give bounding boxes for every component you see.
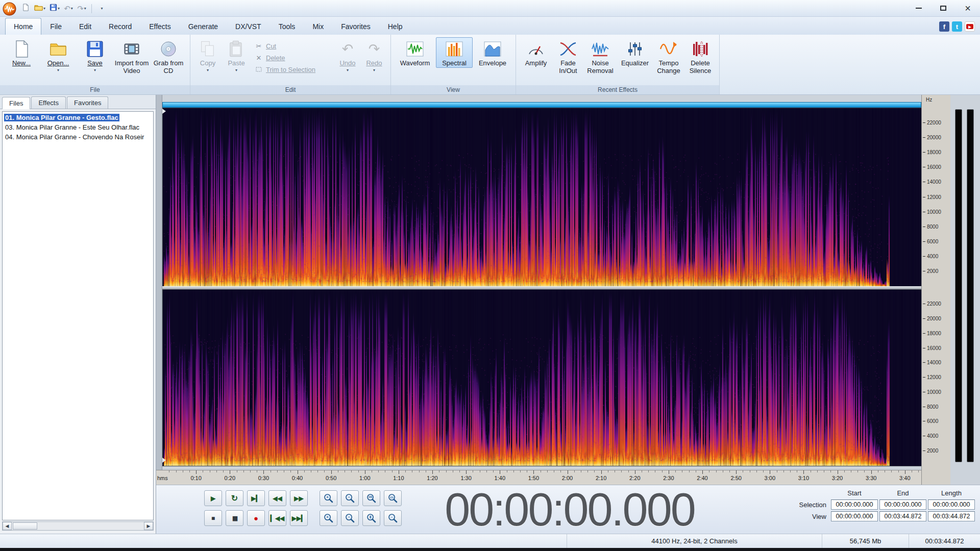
ribbon-tab-tools[interactable]: Tools [270, 18, 304, 35]
ribbon-tab-record[interactable]: Record [100, 18, 140, 35]
timeline-ruler[interactable]: hms 0:100:200:300:400:501:001:101:201:30… [156, 470, 980, 485]
ribbon-tab-favorites[interactable]: Favorites [332, 18, 379, 35]
loop-button[interactable]: ↻ [226, 490, 243, 506]
go-to-start-button[interactable]: ▎◀◀ [268, 510, 286, 526]
ribbon-tab-help[interactable]: Help [379, 18, 411, 35]
zoom-level-button[interactable]: ⇕ [362, 510, 380, 526]
file-list-item[interactable]: 04. Monica Pilar Granne - Chovendo Na Ro… [3, 132, 153, 142]
quick-save-button[interactable]: ▾ [48, 3, 61, 15]
save-dropdown-caret[interactable]: ▾ [58, 6, 60, 11]
redo-dropdown-caret[interactable]: ▾ [84, 6, 86, 11]
play-button[interactable]: ▶ [204, 490, 222, 506]
zoom-out-button[interactable]: − [341, 490, 359, 506]
ribbon-tab-home[interactable]: Home [5, 18, 41, 35]
file-list-scrollbar[interactable]: ◀ ▶ [2, 521, 154, 531]
open-dropdown-caret[interactable]: ▾ [57, 68, 59, 72]
delete-button[interactable]: ✕ Delete [255, 54, 330, 62]
playhead-marker-top[interactable] [162, 109, 166, 114]
quick-undo-button[interactable]: ↶ ▾ [63, 3, 74, 15]
open-button[interactable]: Open... ▾ [40, 37, 77, 72]
sidebar-tab-effects[interactable]: Effects [31, 96, 66, 109]
sidebar-tab-files[interactable]: Files [2, 97, 30, 109]
zoom-vertical-out-button[interactable]: − [341, 510, 359, 526]
file-list-item[interactable]: 01. Monica Pilar Granne - Gesto.flac [3, 113, 153, 122]
zoom-in-button[interactable]: + [320, 490, 337, 506]
trim-to-selection-button[interactable]: Trim to Selection [255, 65, 330, 73]
time-display: 00:00:00.000 [422, 485, 718, 533]
sidebar-tab-favorites[interactable]: Favorites [67, 96, 108, 109]
stop-button[interactable]: ■ [204, 510, 222, 526]
play-to-end-icon: ▶▎ [251, 495, 260, 502]
zoom-full-button[interactable]: ⇔ [384, 510, 402, 526]
noise-removal-button[interactable]: Noise Removal [583, 37, 617, 75]
tempo-change-button[interactable]: Tempo Change [653, 37, 684, 75]
scroll-right-button[interactable]: ▶ [144, 522, 153, 530]
svg-text:▭: ▭ [390, 495, 394, 499]
frequency-label: 2000 [922, 269, 938, 274]
delete-silence-button[interactable]: Delete Silence [684, 37, 716, 75]
quick-new-button[interactable] [20, 3, 31, 15]
go-to-end-button[interactable]: ▶▶▎ [290, 510, 308, 526]
close-button[interactable]: × [955, 0, 980, 17]
pause-button[interactable]: ▮▮ [226, 510, 243, 526]
envelope-view-button[interactable]: Envelope [473, 37, 512, 68]
timeline-minor-tick [486, 470, 487, 472]
undo-dropdown-caret[interactable]: ▾ [71, 6, 73, 11]
paste-button[interactable]: Paste ▾ [222, 37, 251, 72]
ribbon-tab-dx-vst[interactable]: DX/VST [227, 18, 270, 35]
view-end-field[interactable]: 00:03:44.872 [879, 511, 926, 521]
rewind-button[interactable]: ◀◀ [268, 490, 286, 506]
quick-open-button[interactable]: ▾ [33, 3, 46, 15]
view-range-bar[interactable] [162, 102, 921, 108]
timeline-major-tick [263, 470, 264, 474]
amplify-button[interactable]: Amplify [519, 37, 553, 68]
ribbon-tab-generate[interactable]: Generate [180, 18, 227, 35]
record-button[interactable]: ● [247, 510, 265, 526]
spectral-view-button[interactable]: Spectral [436, 37, 473, 68]
spectrogram-right-channel[interactable] [162, 289, 922, 466]
ribbon-tab-mix[interactable]: Mix [304, 18, 332, 35]
ribbon-tab-file[interactable]: File [41, 18, 70, 35]
maximize-button[interactable] [931, 0, 955, 17]
waveform-view-button[interactable]: Waveform [394, 37, 436, 68]
quick-redo-button[interactable]: ↷ ▾ [76, 3, 87, 15]
customize-toolbar-button[interactable]: ▾ [96, 3, 107, 15]
view-start-field[interactable]: 00:00:00.000 [831, 511, 878, 521]
selection-start-field[interactable]: 00:00:00.000 [831, 499, 878, 510]
view-length-field[interactable]: 00:03:44.872 [928, 511, 975, 521]
playhead-marker-bottom[interactable] [162, 458, 166, 463]
youtube-icon[interactable]: ▶ [965, 21, 975, 32]
new-button[interactable]: New... [3, 37, 40, 68]
import-from-video-button[interactable]: Import from Video [113, 37, 150, 75]
zoom-vertical-in-button[interactable]: + [320, 510, 337, 526]
save-dropdown-caret[interactable]: ▾ [94, 68, 96, 72]
redo-button[interactable]: ↷ Redo ▾ [361, 37, 387, 72]
selection-end-field[interactable]: 00:00:00.000 [879, 499, 926, 510]
facebook-icon[interactable]: f [939, 21, 949, 32]
grab-from-cd-button[interactable]: Grab from CD [150, 37, 187, 75]
undo-button[interactable]: ↶ Undo ▾ [334, 37, 361, 72]
open-dropdown-caret[interactable]: ▾ [43, 6, 45, 11]
fade-in-out-button[interactable]: Fade In/Out [553, 37, 583, 75]
twitter-icon[interactable]: t [952, 21, 962, 32]
save-button[interactable]: Save ▾ [77, 37, 113, 72]
file-list-item[interactable]: 03. Monica Pilar Granne - Este Seu Olhar… [3, 122, 153, 132]
ribbon-tab-edit[interactable]: Edit [70, 18, 100, 35]
frequency-label: 6000 [922, 419, 938, 424]
level-meter-right [967, 109, 974, 462]
scrollbar-thumb[interactable] [13, 522, 37, 530]
zoom-100-button[interactable]: 100 [362, 490, 380, 506]
fast-forward-button[interactable]: ▶▶ [290, 490, 308, 506]
scroll-left-button[interactable]: ◀ [3, 522, 12, 530]
scrollbar-track[interactable] [12, 522, 144, 530]
cut-button[interactable]: ✂ Cut [255, 42, 330, 50]
spectrogram-left-channel[interactable] [162, 108, 922, 287]
copy-button[interactable]: Copy ▾ [193, 37, 222, 72]
equalizer-button[interactable]: Equalizer [617, 37, 653, 68]
ribbon-tab-effects[interactable]: Effects [140, 18, 180, 35]
selection-length-field[interactable]: 00:00:00.000 [928, 499, 975, 510]
titlebar: ▾ ▾ ↶ ▾ ↷ ▾ ▾ × [0, 0, 980, 17]
minimize-button[interactable] [906, 0, 931, 17]
zoom-selection-button[interactable]: ▭ [384, 490, 402, 506]
play-to-end-button[interactable]: ▶▎ [247, 490, 265, 506]
